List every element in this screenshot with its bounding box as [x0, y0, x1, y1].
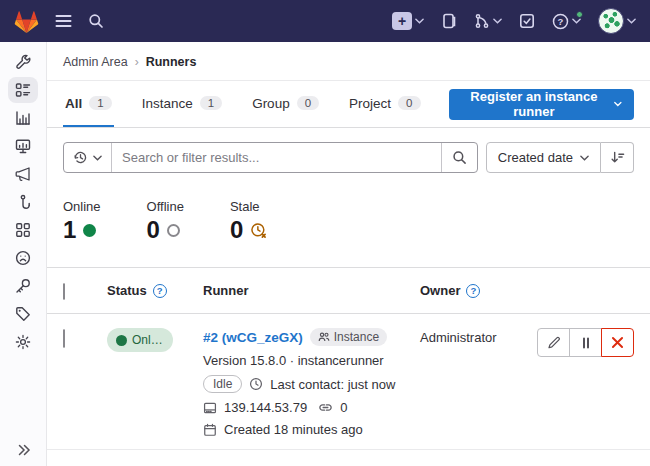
sidebar-item-messages[interactable]: [8, 161, 38, 187]
pause-icon: [580, 337, 592, 349]
user-avatar: [598, 8, 624, 34]
owner-help-icon[interactable]: ?: [466, 284, 480, 298]
gitlab-logo[interactable]: [14, 9, 39, 34]
tab-all-label: All: [65, 96, 82, 111]
sidebar-item-overview[interactable]: [8, 77, 38, 103]
wrench-icon: [15, 54, 31, 70]
sort-by-label: Created date: [498, 150, 573, 165]
select-all-checkbox[interactable]: [63, 283, 65, 300]
double-chevron-right-icon: [17, 444, 31, 456]
pause-runner-button[interactable]: [569, 328, 602, 357]
tab-project[interactable]: Project 0: [347, 81, 422, 127]
sidebar-item-monitoring[interactable]: [8, 133, 38, 159]
sidebar-item-abuse-reports[interactable]: [8, 245, 38, 271]
search-submit-button[interactable]: [441, 143, 477, 172]
overview-list-icon: [15, 82, 31, 98]
tab-group[interactable]: Group 0: [250, 81, 321, 127]
sidebar-item-labels[interactable]: [8, 301, 38, 327]
tab-project-count: 0: [398, 96, 420, 110]
chevron-down-icon: [614, 101, 622, 107]
tab-all[interactable]: All 1: [63, 81, 114, 127]
monitor-icon: [15, 138, 31, 154]
edit-runner-button[interactable]: [537, 328, 570, 357]
todos-button[interactable]: [519, 13, 535, 29]
status-column-header: Status: [107, 283, 147, 298]
chevron-down-icon: [493, 18, 502, 24]
stat-online-value: 1: [63, 217, 76, 243]
sidebar-collapse-button[interactable]: [0, 444, 47, 456]
applications-grid-icon: [15, 222, 31, 238]
close-x-icon: [611, 336, 624, 349]
stat-stale: Stale 0: [230, 199, 267, 243]
tab-instance[interactable]: Instance 1: [140, 81, 224, 127]
admin-sidebar: [0, 42, 47, 466]
offline-status-icon: [167, 224, 180, 237]
user-menu-dropdown[interactable]: [598, 8, 636, 34]
runner-status-badge: Online: [107, 328, 173, 352]
sidebar-item-admin-wrench[interactable]: [8, 49, 38, 75]
topbar-search-button[interactable]: [88, 13, 104, 29]
sort-direction-button[interactable]: [601, 142, 634, 173]
runner-type-label: Instance: [334, 330, 379, 344]
delete-runner-button[interactable]: [601, 328, 634, 357]
runner-ip-address: 139.144.53.79: [224, 400, 307, 415]
bar-chart-icon: [15, 110, 31, 126]
todo-check-icon: [519, 13, 535, 29]
tab-group-label: Group: [252, 96, 290, 111]
sort-descending-icon: [610, 150, 625, 165]
tab-project-label: Project: [349, 96, 391, 111]
help-dropdown[interactable]: ?: [552, 13, 581, 30]
clock-icon: [249, 377, 263, 391]
sidebar-item-deploy-keys[interactable]: [8, 273, 38, 299]
status-help-icon[interactable]: ?: [153, 284, 167, 298]
runner-activity-badge: Idle: [203, 375, 242, 393]
runner-status-text: Online: [132, 333, 164, 347]
breadcrumb: Admin Area › Runners: [47, 42, 650, 81]
sidebar-item-applications[interactable]: [8, 217, 38, 243]
search-history-dropdown[interactable]: [64, 143, 112, 172]
sidebar-item-settings[interactable]: [8, 329, 38, 355]
chevron-down-icon: [415, 18, 424, 24]
online-status-icon: [83, 224, 96, 237]
help-icon: ?: [552, 13, 569, 30]
plus-icon: +: [392, 12, 412, 30]
sidebar-item-analytics[interactable]: [8, 105, 38, 131]
runner-link-count: 0: [340, 400, 347, 415]
stat-offline-value: 0: [147, 217, 160, 243]
search-icon: [452, 150, 467, 165]
chevron-down-icon: [580, 155, 589, 161]
tab-instance-label: Instance: [142, 96, 193, 111]
users-icon: [318, 331, 330, 343]
hamburger-icon: [55, 14, 72, 28]
online-dot-icon: [116, 335, 127, 346]
stat-online-label: Online: [63, 199, 101, 214]
notification-dot: [576, 11, 583, 18]
breadcrumb-admin-area[interactable]: Admin Area: [63, 55, 128, 69]
runner-row-checkbox[interactable]: [63, 329, 65, 348]
sort-by-dropdown[interactable]: Created date: [486, 142, 601, 173]
breadcrumb-runners: Runners: [146, 55, 197, 69]
key-icon: [15, 278, 31, 294]
top-bar: + ?: [0, 0, 650, 42]
runner-type-badge: Instance: [310, 328, 387, 346]
search-input[interactable]: [112, 143, 441, 172]
new-item-dropdown[interactable]: +: [392, 12, 424, 30]
runner-table-row: Online #2 (wCG_zeGX) Instance Version 15…: [47, 314, 650, 450]
hamburger-menu-button[interactable]: [55, 14, 72, 28]
runner-last-contact: Last contact: just now: [270, 377, 395, 392]
breadcrumb-separator: ›: [135, 55, 139, 69]
chevron-down-icon: [627, 18, 636, 24]
chevron-down-icon: [93, 155, 102, 161]
host-computer-icon: [203, 401, 217, 415]
abuse-frown-icon: [15, 250, 31, 266]
sidebar-item-system-hooks[interactable]: [8, 189, 38, 215]
issues-button[interactable]: [441, 13, 457, 29]
stat-stale-value: 0: [230, 217, 243, 243]
svg-text:?: ?: [558, 16, 564, 27]
stat-offline: Offline 0: [147, 199, 184, 243]
merge-requests-dropdown[interactable]: [474, 13, 502, 29]
runner-owner: Administrator: [420, 327, 497, 345]
register-instance-runner-button[interactable]: Register an instance runner: [449, 89, 635, 120]
history-clock-icon: [73, 150, 88, 165]
runner-name-link[interactable]: #2 (wCG_zeGX): [203, 330, 303, 345]
